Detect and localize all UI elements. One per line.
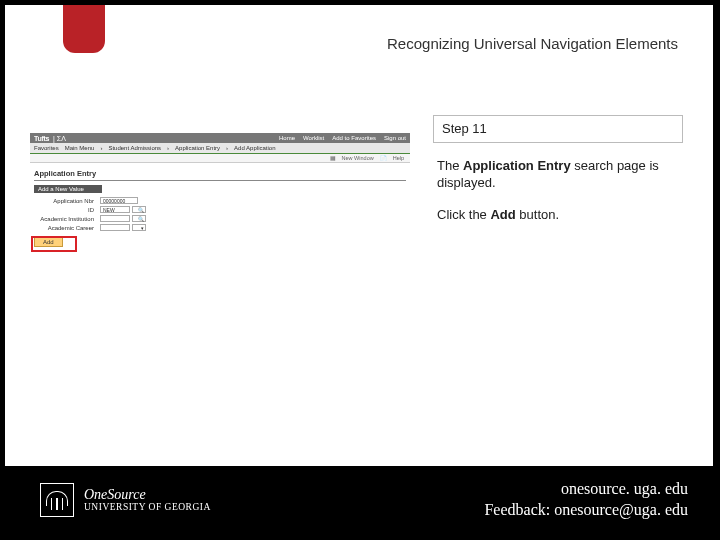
instruction-paragraph: Click the Add button. <box>433 206 683 224</box>
field-input <box>100 215 130 222</box>
instructions-panel: Step 11 The Application Entry search pag… <box>433 115 683 237</box>
form-row: ID NEW 🔍 <box>34 206 406 213</box>
screenshot-brand-sep: | ΣΛ <box>53 135 66 142</box>
helper-link: New Window <box>342 155 374 161</box>
screenshot-form: Application Nbr 00000000 ID NEW 🔍 Academ… <box>30 195 410 235</box>
field-label: ID <box>34 207 100 213</box>
field-input <box>100 224 130 231</box>
footer-logo: OneSource UNIVERSITY OF GEORGIA <box>40 483 211 517</box>
footer-logo-text: OneSource UNIVERSITY OF GEORGIA <box>84 487 211 513</box>
topnav-item: Home <box>279 135 295 141</box>
topnav-item: Worklist <box>303 135 324 141</box>
field-input: 00000000 <box>100 197 138 204</box>
footer-url: onesource. uga. edu <box>484 479 688 500</box>
footer-contact: onesource. uga. edu Feedback: onesource@… <box>484 479 688 521</box>
instr-text: The <box>437 158 463 173</box>
screenshot-breadcrumb: Favorites Main Menu› Student Admissions›… <box>30 143 410 154</box>
breadcrumb-item: Favorites <box>34 145 59 151</box>
instr-text: button. <box>516 207 559 222</box>
instr-bold: Application Entry <box>463 158 571 173</box>
dropdown-icon: ▾ <box>132 224 146 231</box>
helper-link: Help <box>393 155 404 161</box>
screenshot-helpers: ▦New Window 📄Help <box>30 154 410 163</box>
logo-line2: UNIVERSITY OF GEORGIA <box>84 502 211 512</box>
breadcrumb-item: Application Entry <box>175 145 220 151</box>
topnav-item: Add to Favorites <box>332 135 376 141</box>
screenshot-divider <box>34 180 406 181</box>
footer-feedback: Feedback: onesource@uga. edu <box>484 500 688 521</box>
lookup-icon: 🔍 <box>132 215 146 222</box>
instr-text: Click the <box>437 207 490 222</box>
screenshot-topnav: Home Worklist Add to Favorites Sign out <box>279 135 406 141</box>
breadcrumb-item: Student Admissions <box>108 145 161 151</box>
form-row: Academic Institution 🔍 <box>34 215 406 222</box>
slide: Recognizing Universal Navigation Element… <box>4 4 714 535</box>
form-row: Application Nbr 00000000 <box>34 197 406 204</box>
screenshot-topbar: Tufts | ΣΛ Home Worklist Add to Favorite… <box>30 133 410 143</box>
screenshot-brand: Tufts <box>34 135 49 142</box>
form-row: Academic Career ▾ <box>34 224 406 231</box>
brand-tab <box>63 5 105 53</box>
app-screenshot: Tufts | ΣΛ Home Worklist Add to Favorite… <box>30 133 410 245</box>
screenshot-add-button: Add <box>34 238 63 245</box>
screenshot-container: Tufts | ΣΛ Home Worklist Add to Favorite… <box>30 133 420 245</box>
breadcrumb-item: Add Application <box>234 145 275 151</box>
field-label: Academic Institution <box>34 216 100 222</box>
topnav-item: Sign out <box>384 135 406 141</box>
screenshot-page-title: Application Entry <box>30 163 410 180</box>
screenshot-section-label: Add a New Value <box>34 185 102 193</box>
field-input: NEW <box>100 206 130 213</box>
lookup-icon: 🔍 <box>132 206 146 213</box>
slide-title: Recognizing Universal Navigation Element… <box>387 35 678 52</box>
slide-footer: OneSource UNIVERSITY OF GEORGIA onesourc… <box>5 466 713 534</box>
add-button-label: Add <box>34 237 63 247</box>
uga-seal-icon <box>40 483 74 517</box>
logo-line1: OneSource <box>84 487 211 502</box>
breadcrumb-item: Main Menu <box>65 145 95 151</box>
step-label: Step 11 <box>433 115 683 143</box>
field-label: Application Nbr <box>34 198 100 204</box>
instruction-paragraph: The Application Entry search page is dis… <box>433 157 683 192</box>
field-label: Academic Career <box>34 225 100 231</box>
instr-bold: Add <box>490 207 515 222</box>
